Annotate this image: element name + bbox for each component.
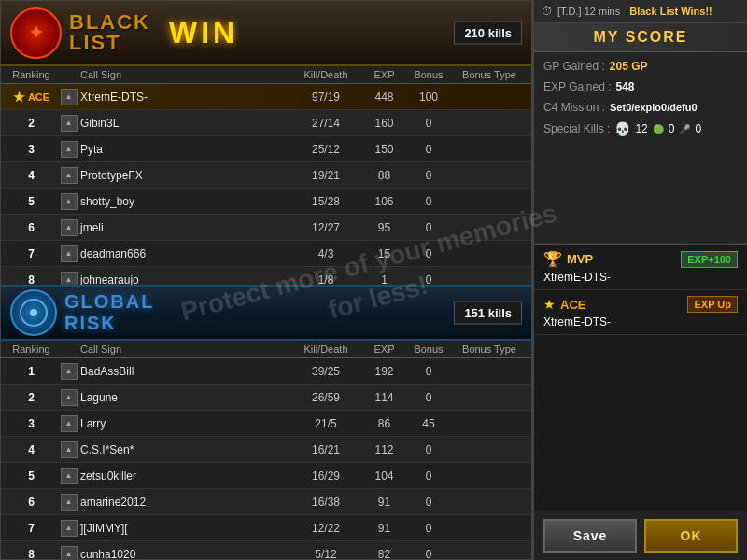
kd-cell: 21/5 [289, 417, 363, 430]
bonus-cell: 0 [405, 273, 452, 286]
table-row: 7 ▲ ][JIMMY][ 12/22 91 0 [1, 515, 531, 541]
table-row: 4 ▲ PrototypeFX 19/21 88 0 [1, 162, 531, 189]
my-score-title: MY SCORE [593, 29, 687, 45]
globalrisk-logo [10, 289, 57, 336]
table-row: 2 ▲ Lagune 26/59 114 0 [1, 385, 531, 411]
mvp-section: 🏆 MVP EXP+100 XtremE-DTS- [534, 244, 747, 290]
blacklist-logo: ✦ [10, 7, 62, 59]
c4-value: Set0/explo0/defu0 [610, 102, 698, 113]
gr-col-header-ranking: Ranking [6, 343, 57, 355]
bonus-cell: 0 [405, 221, 452, 234]
rank-cell: 1 [6, 365, 57, 378]
exp-cell: 104 [363, 469, 405, 483]
avatar-cell: ▲ [57, 441, 80, 458]
table-row: 1 ▲ BadAssBill 39/25 192 0 [1, 358, 531, 385]
bonus-cell: 0 [405, 496, 452, 509]
bonus-cell: 0 [405, 443, 452, 456]
rank-cell: 7 [6, 247, 57, 260]
avatar-cell: ▲ [57, 389, 80, 406]
callsign-cell: deadman666 [80, 247, 289, 260]
callsign-cell: Gibin3L [80, 117, 289, 130]
avatar: ▲ [61, 468, 78, 484]
bottom-buttons: Save OK [534, 511, 747, 560]
bonus-cell: 0 [405, 247, 452, 260]
avatar-cell: ▲ [57, 245, 80, 262]
callsign-cell: C.S.I*Sen* [80, 443, 289, 456]
kd-cell: 15/28 [289, 195, 363, 208]
table-row: 5 ▲ zetsu0killer 16/29 104 0 [1, 463, 531, 489]
win-announce: Black List Wins!! [629, 6, 712, 17]
save-button[interactable]: Save [543, 519, 637, 553]
right-top-bar: ⏱ [T.D.] 12 mins Black List Wins!! [534, 0, 747, 23]
gp-value: 205 GP [610, 60, 648, 73]
kd-cell: 12/22 [289, 522, 363, 535]
bonus-cell: 45 [405, 417, 452, 430]
globalrisk-table-body: 1 ▲ BadAssBill 39/25 192 0 2 ▲ Lagune 26… [1, 358, 531, 559]
kd-cell: 19/21 [289, 169, 363, 182]
mvp-label: MVP [567, 252, 593, 266]
blacklist-table-header: Ranking Call Sign Kill/Death EXP Bonus B… [1, 66, 531, 84]
ok-button[interactable]: OK [644, 519, 738, 553]
rank-cell: ★ACE [6, 90, 57, 105]
globalrisk-name-line1: GLOBAL [64, 291, 154, 313]
kd-cell: 25/12 [289, 143, 363, 156]
exp-cell: 114 [363, 391, 405, 404]
avatar: ▲ [61, 363, 78, 380]
exp-cell: 192 [363, 365, 405, 378]
blacklist-name-line1: BLACK [69, 12, 150, 33]
kd-cell: 12/27 [289, 221, 363, 234]
avatar-cell: ▲ [57, 520, 80, 537]
globalrisk-name-line2: RISK [64, 313, 154, 334]
blacklist-table-body: ★ACE ▲ XtremE-DTS- 97/19 448 100 2 ▲ Gib… [1, 84, 531, 285]
avatar: ▲ [61, 546, 78, 560]
callsign-cell: ][JIMMY][ [80, 522, 289, 535]
rank-cell: 5 [6, 469, 57, 483]
kd-cell: 39/25 [289, 365, 363, 378]
table-row: 3 ▲ Larry 21/5 86 45 [1, 411, 531, 437]
exp-cell: 88 [363, 169, 405, 182]
gr-col-header-bonus: Bonus [405, 343, 452, 355]
exp-cell: 95 [363, 221, 405, 234]
table-row: 7 ▲ deadman666 4/3 15 0 [1, 241, 531, 267]
col-header-exp: EXP [363, 69, 405, 80]
ace-section: ★ ACE EXP Up XtremE-DTS- [534, 290, 747, 335]
bonus-cell: 0 [405, 522, 452, 535]
table-row: 5 ▲ shotty_boy 15/28 106 0 [1, 189, 531, 215]
avatar-cell: ▲ [57, 363, 80, 380]
gr-col-header-kd: Kill/Death [289, 343, 363, 355]
exp-cell: 160 [363, 117, 405, 130]
callsign-cell: amarine2012 [80, 496, 289, 509]
bonus-cell: 100 [405, 91, 452, 104]
kd-cell: 97/19 [289, 91, 363, 104]
callsign-cell: jmeli [80, 221, 289, 234]
exp-cell: 91 [363, 522, 405, 535]
col-header-bonus: Bonus [405, 69, 452, 80]
rank-cell: 8 [6, 273, 57, 286]
globalrisk-name-block: GLOBAL RISK [64, 291, 154, 334]
rank-cell: 3 [6, 143, 57, 156]
avatar-cell: ▲ [57, 193, 80, 210]
exp-cell: 15 [363, 247, 405, 260]
avatar-cell: ▲ [57, 167, 80, 184]
exp-cell: 112 [363, 443, 405, 456]
rank-cell: 5 [6, 195, 57, 208]
avatar-cell: ▲ [57, 115, 80, 132]
rank-cell: 6 [6, 496, 57, 509]
kd-cell: 26/59 [289, 391, 363, 404]
rank-cell: 3 [6, 417, 57, 430]
table-row: 8 ▲ johnearaujo 1/8 1 0 [1, 267, 531, 285]
exp-cell: 448 [363, 91, 405, 104]
col-header-bonustype: Bonus Type [452, 69, 527, 80]
avatar-cell: ▲ [57, 546, 80, 560]
star-icon: ★ [13, 90, 25, 105]
mvp-name: XtremE-DTS- [543, 271, 738, 284]
avatar: ▲ [61, 219, 78, 236]
win-text: WIN [169, 16, 238, 50]
skull-icon: 💀 [614, 121, 630, 136]
exp-cell: 82 [363, 548, 405, 560]
exp-cell: 91 [363, 496, 405, 509]
callsign-cell: PrototypeFX [80, 169, 289, 182]
table-row: 8 ▲ cunha1020 5/12 82 0 [1, 541, 531, 559]
kd-cell: 16/29 [289, 469, 363, 483]
callsign-cell: Pyta [80, 143, 289, 156]
